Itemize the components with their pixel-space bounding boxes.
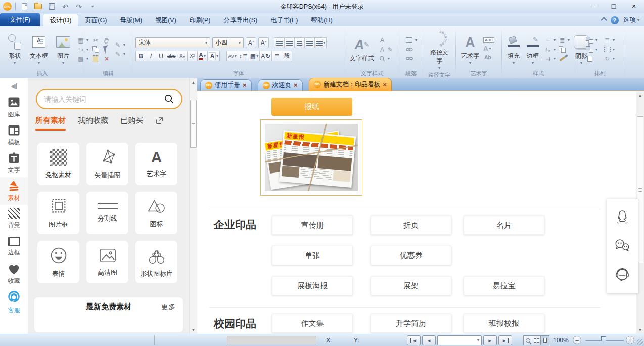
- previous-page-button[interactable]: ◄: [422, 335, 436, 345]
- line-style-button[interactable]: ┄▾: [543, 36, 556, 44]
- align-objects-button[interactable]: ≣▾: [603, 36, 615, 44]
- sidebar-item-gallery[interactable]: 图库: [0, 94, 28, 121]
- sidebar-item-customer-service[interactable]: 客服: [0, 288, 28, 316]
- sidebar-item-template[interactable]: 模板: [0, 121, 28, 149]
- scroll-down-button[interactable]: ▼: [190, 326, 197, 334]
- help-button[interactable]: ?: [611, 16, 619, 24]
- newspaper-category-button[interactable]: 报纸: [271, 98, 352, 116]
- qq-contact-button[interactable]: [615, 209, 630, 226]
- line-spacing-button[interactable]: ↕≣: [238, 51, 249, 61]
- resize-grip-icon[interactable]: [637, 339, 643, 345]
- copy-style-button[interactable]: [558, 46, 570, 53]
- sidebar-item-favorites[interactable]: 收藏: [0, 261, 28, 288]
- word-art-button[interactable]: A 艺术字 ▾: [459, 32, 481, 66]
- newspaper-template-card[interactable]: 新星报 新星报: [260, 119, 362, 196]
- close-tab-button[interactable]: ×: [294, 82, 298, 89]
- tab-share-export[interactable]: 分享导出(S): [217, 14, 264, 26]
- category-button-brochure[interactable]: 宣传册: [272, 215, 353, 235]
- close-tab-button[interactable]: ×: [243, 82, 247, 89]
- justify-button[interactable]: [304, 37, 315, 48]
- arrow-style-button[interactable]: ⇆▾: [543, 46, 556, 53]
- next-page-button[interactable]: ►: [483, 335, 497, 345]
- grow-font-button[interactable]: Aˆ: [246, 37, 256, 48]
- font-family-select[interactable]: 宋体▾: [135, 37, 210, 48]
- two-page-view-button[interactable]: [532, 335, 541, 345]
- material-card-hd-image[interactable]: 高清图: [86, 241, 128, 283]
- material-card-divider-line[interactable]: 分割线: [86, 192, 128, 234]
- border-button[interactable]: ✎ 边框 ▾: [524, 32, 541, 66]
- style-search-button[interactable]: ▾: [378, 55, 393, 62]
- italic-button[interactable]: I: [146, 51, 156, 61]
- category-button-coupon[interactable]: 优惠券: [371, 246, 451, 265]
- select-tool-button[interactable]: [102, 46, 111, 53]
- scroll-up-button[interactable]: ▲: [636, 91, 644, 99]
- bring-forward-button[interactable]: ▾: [585, 36, 597, 44]
- tab-file[interactable]: 文件(F): [0, 13, 40, 26]
- more-link[interactable]: 更多: [161, 302, 175, 312]
- redo-button[interactable]: ↷: [74, 2, 84, 11]
- sidebar-item-text[interactable]: 文字: [0, 149, 28, 177]
- maximize-button[interactable]: □: [604, 0, 624, 12]
- first-page-button[interactable]: ◄: [407, 335, 421, 345]
- char-spacing-button[interactable]: AV▾: [226, 51, 238, 61]
- material-card-emoji[interactable]: 表情: [37, 241, 79, 283]
- scrollbar-thumb[interactable]: [190, 100, 197, 148]
- category-button-folded-leaflet[interactable]: 折页: [371, 215, 451, 235]
- category-button-admission-resume[interactable]: 升学简历: [371, 314, 451, 333]
- strikethrough-button[interactable]: abe: [166, 51, 177, 61]
- zoom-slider-thumb[interactable]: [601, 336, 606, 343]
- fill-button[interactable]: 填充 ▾: [505, 32, 522, 66]
- insert-shape-button[interactable]: 形状 ▾: [4, 32, 26, 66]
- collapse-panel-button[interactable]: ◀: [0, 78, 28, 94]
- zoom-in-button[interactable]: +: [626, 336, 634, 344]
- doc-tab-new-document[interactable]: DPS 新建文档：印品看板 ×: [309, 78, 392, 91]
- save-button[interactable]: [47, 2, 57, 11]
- category-button-business-card[interactable]: 名片: [464, 215, 544, 235]
- category-button-flyer[interactable]: 单张: [272, 246, 353, 265]
- distribute-button[interactable]: ▾: [314, 37, 327, 48]
- rotate-flip-button[interactable]: ↻▾: [603, 55, 615, 62]
- material-card-shape-library[interactable]: 形状图标库: [135, 241, 177, 283]
- sidebar-item-border[interactable]: 边框: [0, 233, 28, 261]
- highlight-color-button[interactable]: A▾: [207, 51, 220, 61]
- copy-button[interactable]: [91, 46, 100, 53]
- close-tab-button[interactable]: ×: [383, 81, 387, 88]
- close-button[interactable]: ×: [624, 0, 644, 12]
- superscript-button[interactable]: X²: [187, 51, 198, 61]
- open-button[interactable]: [33, 2, 43, 11]
- style-pen-button[interactable]: A✎: [378, 46, 393, 53]
- paragraph-settings-button[interactable]: 段: [282, 51, 292, 61]
- search-icon[interactable]: [164, 94, 174, 104]
- cut-button[interactable]: ✂: [91, 36, 100, 44]
- text-style-button[interactable]: A✎ 文字样式: [348, 35, 376, 64]
- sidebar-item-background[interactable]: 背景: [0, 205, 28, 233]
- material-card-icon[interactable]: 图标: [135, 192, 177, 234]
- undo-button[interactable]: ↶: [60, 2, 70, 11]
- bold-button[interactable]: B: [135, 51, 146, 61]
- numbered-list-button[interactable]: ≣: [271, 51, 282, 61]
- underline-button[interactable]: U: [156, 51, 166, 61]
- char-style-button[interactable]: A: [378, 36, 393, 44]
- scroll-up-button[interactable]: ▲: [190, 78, 197, 87]
- last-page-button[interactable]: ►: [498, 335, 512, 345]
- one-page-view-button[interactable]: [540, 335, 549, 345]
- collapse-ribbon-button[interactable]: [602, 18, 606, 22]
- word-art-shadow-button[interactable]: A▾: [483, 45, 494, 52]
- unlink-button[interactable]: [405, 55, 417, 62]
- align-center-button[interactable]: [284, 37, 295, 48]
- thickness-button[interactable]: ≣▾: [558, 36, 570, 44]
- category-button-essay-collection[interactable]: 作文集: [272, 314, 353, 333]
- tab-design[interactable]: 设计(D): [43, 14, 78, 26]
- page-select[interactable]: ▾: [437, 335, 482, 345]
- shrink-font-button[interactable]: Aˇ: [258, 37, 269, 48]
- text-direction-button[interactable]: A↻: [259, 51, 272, 61]
- format-brush-button[interactable]: [558, 55, 570, 62]
- minimize-button[interactable]: –: [583, 0, 604, 12]
- align-left-button[interactable]: [274, 37, 285, 48]
- customize-toolbar-button[interactable]: ▾: [87, 2, 98, 11]
- tab-help[interactable]: 帮助(H): [304, 14, 339, 26]
- line-weight-button[interactable]: ⇉▾: [543, 55, 556, 62]
- duplicate-page-button[interactable]: [585, 55, 597, 62]
- font-color-button[interactable]: A▾: [197, 51, 208, 61]
- search-input[interactable]: [44, 95, 160, 103]
